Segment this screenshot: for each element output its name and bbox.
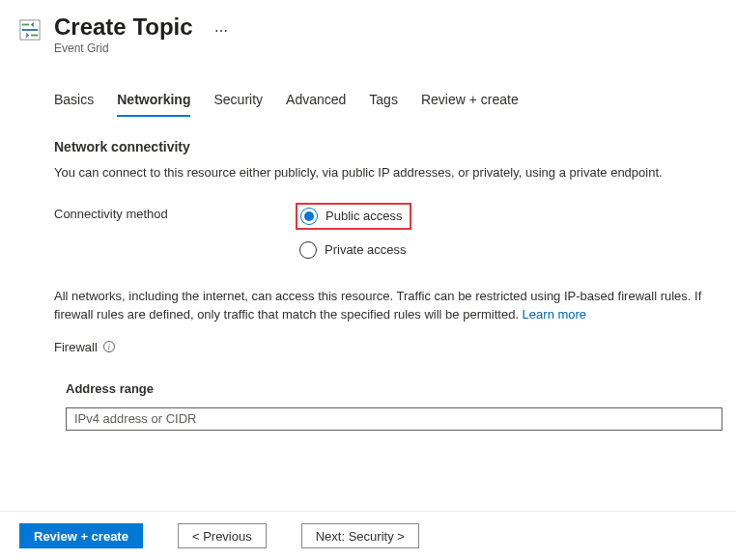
radio-private-access[interactable]: Private access — [296, 239, 411, 261]
radio-icon — [300, 208, 318, 225]
tabs-bar: Basics Networking Security Advanced Tags… — [54, 90, 717, 118]
svg-rect-2 — [22, 29, 39, 31]
connectivity-method-row: Connectivity method Public access Privat… — [54, 203, 717, 261]
svg-rect-1 — [22, 24, 29, 26]
address-range-label: Address range — [66, 381, 717, 396]
tab-basics[interactable]: Basics — [54, 90, 94, 117]
firewall-heading: Firewall i — [54, 340, 717, 354]
tab-security[interactable]: Security — [213, 90, 263, 117]
address-range-input[interactable] — [66, 407, 722, 431]
radio-public-access[interactable]: Public access — [296, 203, 411, 230]
access-info-body: All networks, including the internet, ca… — [54, 289, 701, 322]
radio-icon — [299, 241, 317, 259]
radio-private-access-label: Private access — [325, 242, 407, 257]
tab-advanced[interactable]: Advanced — [286, 90, 346, 117]
wizard-footer: Review + create < Previous Next: Securit… — [0, 511, 736, 560]
firewall-heading-text: Firewall — [54, 340, 98, 354]
more-actions-icon[interactable]: ⋯ — [214, 23, 229, 39]
next-button[interactable]: Next: Security > — [301, 523, 419, 548]
tab-tags[interactable]: Tags — [369, 90, 398, 117]
access-info-text: All networks, including the internet, ca… — [54, 288, 717, 324]
event-grid-icon — [19, 19, 41, 41]
radio-public-access-label: Public access — [326, 209, 402, 223]
page-header: Create Topic Event Grid ⋯ — [0, 0, 736, 55]
previous-button[interactable]: < Previous — [178, 523, 267, 548]
network-connectivity-heading: Network connectivity — [54, 139, 717, 154]
network-connectivity-desc: You can connect to this resource either … — [54, 164, 717, 182]
learn-more-link[interactable]: Learn more — [523, 307, 586, 322]
tab-review-create[interactable]: Review + create — [421, 90, 519, 117]
info-icon[interactable]: i — [103, 341, 115, 352]
page-subtitle: Event Grid — [54, 42, 193, 55]
connectivity-method-label: Connectivity method — [54, 203, 296, 221]
review-create-button[interactable]: Review + create — [19, 523, 143, 548]
connectivity-method-radiogroup: Public access Private access — [296, 203, 411, 261]
page-title: Create Topic — [54, 14, 193, 42]
svg-rect-3 — [31, 35, 38, 37]
tab-networking[interactable]: Networking — [117, 90, 190, 117]
